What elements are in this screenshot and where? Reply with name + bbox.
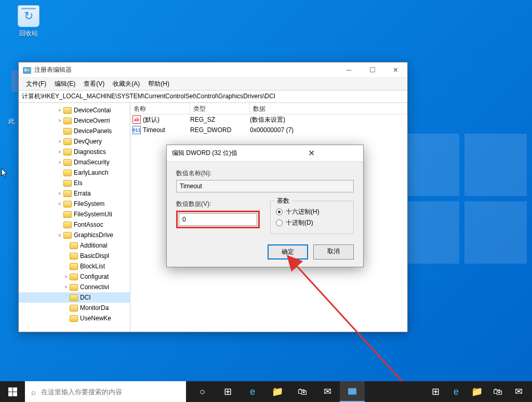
menu-file[interactable]: 文件(F) xyxy=(22,78,50,90)
tree-node[interactable]: >DeviceOverri xyxy=(19,115,130,126)
value-data-label: 数值数据(V): xyxy=(176,200,260,209)
window-titlebar[interactable]: 注册表编辑器 ─ ☐ ✕ xyxy=(19,62,407,78)
radio-hex[interactable]: 十六进制(H) xyxy=(276,208,348,216)
tree-node-label: FileSystemUti xyxy=(74,211,112,218)
tree-node[interactable]: DCI xyxy=(19,292,130,303)
menu-help[interactable]: 帮助(H) xyxy=(144,78,174,90)
tree-node[interactable]: EarlyLaunch xyxy=(19,167,130,178)
tree-node[interactable]: DevicePanels xyxy=(19,126,130,136)
close-button[interactable]: ✕ xyxy=(384,62,407,77)
windows-logo-wallpaper xyxy=(397,134,532,269)
dialog-close-button[interactable]: ✕ xyxy=(265,148,358,158)
expand-icon[interactable]: v xyxy=(56,232,63,238)
tree-node[interactable]: MonitorDa xyxy=(19,303,130,313)
expand-icon[interactable]: > xyxy=(62,284,70,290)
folder-icon xyxy=(63,128,72,135)
tree-node-label: Errata xyxy=(74,190,91,197)
tray-taskview[interactable]: ⊞ xyxy=(425,381,446,402)
tree-node-label: MonitorDa xyxy=(80,304,109,312)
value-name: Timeout xyxy=(143,126,190,134)
base-label: 基数 xyxy=(275,197,291,205)
tree-node[interactable]: BlockList xyxy=(19,261,130,271)
value-data-input[interactable] xyxy=(179,213,257,226)
tree-node[interactable]: vGraphicsDrive xyxy=(19,230,130,240)
expand-icon[interactable]: > xyxy=(56,160,63,165)
menu-view[interactable]: 查看(V) xyxy=(79,78,109,90)
tree-node-label: Els xyxy=(74,179,83,187)
highlight-annotation xyxy=(176,211,260,228)
search-icon: ⌕ xyxy=(31,387,36,396)
registry-tree[interactable]: >DeviceContai>DeviceOverriDevicePanels>D… xyxy=(19,103,130,332)
tree-node[interactable]: >Connectivi xyxy=(19,282,130,292)
address-input[interactable] xyxy=(22,93,404,100)
tree-node[interactable]: FileSystemUti xyxy=(19,209,130,219)
tree-node[interactable]: >Errata xyxy=(19,188,130,199)
tree-node[interactable]: >Configurat xyxy=(19,271,130,282)
expand-icon[interactable]: > xyxy=(56,139,63,144)
value-data: (数值未设置) xyxy=(250,115,407,124)
value-row[interactable]: ab(默认)REG_SZ(数值未设置) xyxy=(130,114,407,125)
search-input[interactable] xyxy=(41,388,180,396)
folder-icon xyxy=(70,315,78,322)
tree-node[interactable]: UseNewKe xyxy=(19,313,130,323)
cancel-button[interactable]: 取消 xyxy=(313,244,354,260)
taskbar-store[interactable]: 🛍 xyxy=(290,381,315,402)
value-row[interactable]: 011TimeoutREG_DWORD0x00000007 (7) xyxy=(130,125,407,135)
folder-icon xyxy=(63,170,72,176)
expand-icon[interactable]: > xyxy=(56,118,63,123)
folder-icon xyxy=(70,305,78,312)
dialog-titlebar[interactable]: 编辑 DWORD (32 位)值 ✕ xyxy=(167,145,363,162)
menu-edit[interactable]: 编辑(E) xyxy=(50,78,79,90)
base-group: 基数 十六进制(H) 十进制(D) xyxy=(270,201,354,234)
tree-node[interactable]: FontAssoc xyxy=(19,219,130,230)
svg-rect-1 xyxy=(24,69,26,70)
taskbar-regedit[interactable] xyxy=(340,381,365,402)
folder-icon xyxy=(70,294,78,301)
col-type[interactable]: 类型 xyxy=(190,103,250,114)
start-button[interactable] xyxy=(0,381,25,402)
value-data: 0x00000007 (7) xyxy=(250,126,407,134)
expand-icon[interactable]: > xyxy=(56,191,63,196)
col-data[interactable]: 数据 xyxy=(250,103,407,114)
tree-node[interactable]: >Diagnostics xyxy=(19,147,130,157)
tree-node[interactable]: >DeviceContai xyxy=(19,105,130,115)
folder-icon xyxy=(70,253,78,260)
tree-node[interactable]: >DevQuery xyxy=(19,136,130,147)
tray-edge[interactable]: e xyxy=(446,381,467,402)
edit-dword-dialog: 编辑 DWORD (32 位)值 ✕ 数值名称(N): 数值数据(V): 基数 … xyxy=(166,145,364,267)
tree-node-label: Configurat xyxy=(80,273,109,280)
ok-button[interactable]: 确定 xyxy=(268,244,308,260)
tree-node[interactable]: >FileSystem xyxy=(19,199,130,209)
expand-icon[interactable]: > xyxy=(56,149,63,154)
maximize-button[interactable]: ☐ xyxy=(361,62,384,77)
menu-favorites[interactable]: 收藏夹(A) xyxy=(109,78,144,90)
value-name-input[interactable] xyxy=(176,180,354,192)
tray-store[interactable]: 🛍 xyxy=(487,381,508,402)
tree-node-label: FileSystem xyxy=(74,200,104,208)
tree-node[interactable]: >DmaSecurity xyxy=(19,157,130,167)
tree-node[interactable]: BasicDispl xyxy=(19,251,130,261)
desktop-icon-partial[interactable]: 此 xyxy=(4,117,19,126)
taskbar-explorer[interactable]: 📁 xyxy=(265,381,290,402)
tree-node-label: Additional xyxy=(80,242,108,249)
value-type-icon: ab xyxy=(132,115,141,124)
taskbar-mail[interactable]: ✉ xyxy=(315,381,340,402)
tray-explorer[interactable]: 📁 xyxy=(467,381,487,402)
col-name[interactable]: 名称 xyxy=(130,103,190,114)
value-type: REG_DWORD xyxy=(190,126,250,134)
taskbar-edge[interactable]: e xyxy=(240,381,265,402)
tray-mail[interactable]: ✉ xyxy=(508,381,529,402)
folder-icon xyxy=(63,211,72,218)
expand-icon[interactable]: > xyxy=(56,201,63,206)
taskbar-taskview[interactable]: ⊞ xyxy=(215,381,240,402)
radio-dec[interactable]: 十进制(D) xyxy=(276,218,348,227)
taskbar-cortana[interactable]: ○ xyxy=(190,381,215,402)
expand-icon[interactable]: > xyxy=(62,274,70,279)
tree-node-label: UseNewKe xyxy=(80,315,111,322)
minimize-button[interactable]: ─ xyxy=(337,62,361,77)
tree-node[interactable]: Els xyxy=(19,178,130,188)
expand-icon[interactable]: > xyxy=(56,108,63,113)
desktop-icon-recycle-bin[interactable]: 回收站 xyxy=(10,5,47,38)
tree-node[interactable]: Additional xyxy=(19,240,130,251)
taskbar-search[interactable]: ⌕ xyxy=(25,381,186,402)
